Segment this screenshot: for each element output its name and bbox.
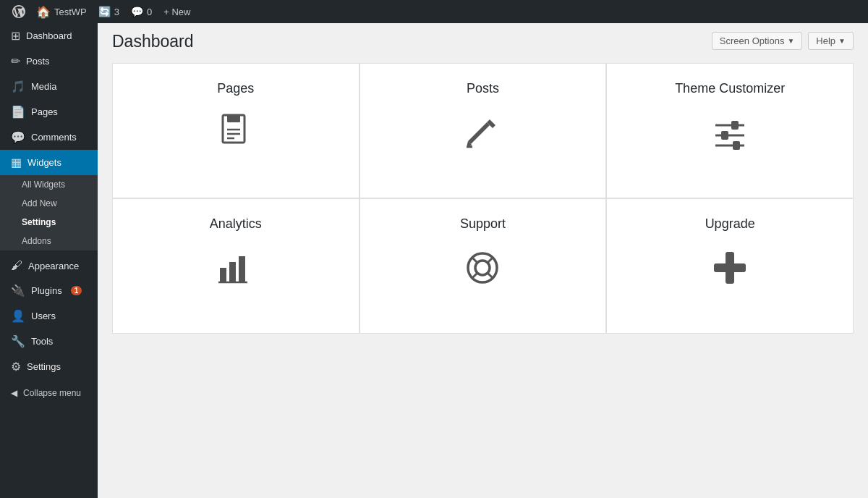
users-icon: 👤 bbox=[11, 309, 25, 323]
sidebar-item-label: Appearance bbox=[28, 261, 79, 271]
updates-count: 3 bbox=[114, 7, 119, 17]
content-area: Dashboard Screen Options ▼ Help ▼ Pages bbox=[98, 23, 868, 498]
sidebar-item-tools[interactable]: 🔧 Tools bbox=[0, 329, 98, 354]
sidebar-item-pages[interactable]: 📄 Pages bbox=[0, 99, 98, 124]
settings-icon: ⚙ bbox=[11, 360, 21, 374]
card-upgrade-title: Upgrade bbox=[705, 216, 755, 232]
svg-rect-1 bbox=[227, 115, 240, 122]
collapse-label: Collapse menu bbox=[23, 388, 81, 398]
sidebar-item-comments[interactable]: 💬 Comments bbox=[0, 124, 98, 150]
media-icon: 🎵 bbox=[11, 80, 25, 93]
card-posts-title: Posts bbox=[467, 81, 499, 96]
submenu-item-settings[interactable]: Settings bbox=[0, 213, 98, 232]
site-name: TestWP bbox=[54, 7, 87, 17]
card-upgrade[interactable]: Upgrade bbox=[607, 199, 853, 333]
updates-item[interactable]: 🔄 3 bbox=[93, 0, 125, 23]
card-pages-title: Pages bbox=[217, 81, 254, 96]
dashboard-icon: ⊞ bbox=[11, 29, 20, 43]
plugins-badge: 1 bbox=[71, 286, 82, 295]
page-icon bbox=[214, 111, 258, 154]
sidebar-item-label: Posts bbox=[26, 56, 50, 67]
appearance-icon: 🖌 bbox=[11, 259, 22, 272]
comments-item[interactable]: 💬 0 bbox=[125, 0, 158, 23]
sidebar-item-label: Media bbox=[31, 81, 56, 92]
new-label: + New bbox=[163, 7, 190, 17]
svg-rect-9 bbox=[721, 131, 728, 140]
widgets-arrow-icon: ◀ bbox=[85, 159, 90, 166]
card-theme-customizer[interactable]: Theme Customizer bbox=[607, 64, 853, 198]
svg-rect-11 bbox=[733, 141, 740, 150]
sidebar-item-appearance[interactable]: 🖌 Appearance bbox=[0, 253, 98, 278]
wp-logo[interactable] bbox=[7, 0, 30, 23]
sidebar-item-label: Users bbox=[31, 311, 56, 321]
sidebar-item-users[interactable]: 👤 Users bbox=[0, 303, 98, 329]
svg-rect-12 bbox=[220, 268, 226, 282]
pages-icon: 📄 bbox=[11, 105, 25, 119]
submenu-item-add-new[interactable]: Add New bbox=[0, 194, 98, 213]
sliders-icon bbox=[708, 111, 752, 154]
collapse-icon: ◀ bbox=[11, 388, 17, 398]
help-chevron-icon: ▼ bbox=[838, 37, 846, 45]
sidebar-item-label: Comments bbox=[31, 132, 77, 143]
admin-bar: 🏠 TestWP 🔄 3 💬 0 + New bbox=[0, 0, 868, 23]
screen-options-label: Screen Options bbox=[720, 35, 785, 46]
submenu-item-all-widgets[interactable]: All Widgets bbox=[0, 175, 98, 194]
dashboard-cards: Pages Posts bbox=[112, 63, 854, 334]
card-theme-customizer-title: Theme Customizer bbox=[675, 81, 785, 96]
widgets-submenu: All Widgets Add New Settings Addons bbox=[0, 175, 98, 250]
sidebar-item-label: Tools bbox=[31, 336, 53, 347]
plugins-icon: 🔌 bbox=[11, 284, 25, 297]
sidebar-item-posts[interactable]: ✏ Posts bbox=[0, 48, 98, 74]
screen-options-chevron-icon: ▼ bbox=[787, 37, 794, 45]
card-pages[interactable]: Pages bbox=[113, 64, 359, 198]
header-buttons: Screen Options ▼ Help ▼ bbox=[712, 32, 854, 50]
help-button[interactable]: Help ▼ bbox=[808, 32, 854, 50]
card-analytics-title: Analytics bbox=[210, 216, 262, 232]
chart-icon bbox=[214, 246, 258, 290]
new-item[interactable]: + New bbox=[158, 0, 196, 23]
card-support-title: Support bbox=[460, 216, 506, 232]
lifebuoy-icon bbox=[461, 246, 504, 290]
collapse-menu-button[interactable]: ◀ Collapse menu bbox=[0, 382, 98, 404]
card-support[interactable]: Support bbox=[360, 199, 606, 333]
plus-icon bbox=[708, 246, 752, 290]
svg-line-18 bbox=[472, 258, 477, 263]
sidebar-item-settings[interactable]: ⚙ Settings bbox=[0, 354, 98, 379]
svg-line-20 bbox=[488, 273, 493, 278]
sidebar-item-plugins[interactable]: 🔌 Plugins 1 bbox=[0, 278, 98, 303]
tools-icon: 🔧 bbox=[11, 334, 25, 348]
sidebar-item-label: Pages bbox=[31, 106, 58, 117]
card-posts[interactable]: Posts bbox=[360, 64, 606, 198]
svg-line-19 bbox=[488, 258, 493, 263]
sidebar-item-dashboard[interactable]: ⊞ Dashboard bbox=[0, 23, 98, 48]
svg-rect-23 bbox=[714, 263, 746, 272]
svg-line-21 bbox=[472, 273, 477, 278]
comments-icon: 💬 bbox=[11, 130, 25, 144]
sidebar-item-label: Settings bbox=[27, 361, 61, 372]
posts-icon: ✏ bbox=[11, 54, 20, 68]
site-name-item[interactable]: 🏠 TestWP bbox=[30, 0, 93, 23]
edit-icon bbox=[461, 111, 504, 154]
sidebar: ⊞ Dashboard ✏ Posts 🎵 Media 📄 Pages 💬 Co… bbox=[0, 23, 98, 498]
sidebar-item-label: Plugins bbox=[31, 285, 62, 296]
sidebar-item-widgets[interactable]: ▦ Widgets ◀ bbox=[0, 150, 98, 175]
comments-count: 0 bbox=[147, 7, 152, 17]
sidebar-item-label: Widgets bbox=[27, 157, 61, 168]
dashboard-grid: Pages Posts bbox=[98, 51, 868, 498]
svg-rect-13 bbox=[229, 262, 236, 282]
help-label: Help bbox=[816, 35, 835, 46]
svg-rect-14 bbox=[239, 256, 245, 282]
card-analytics[interactable]: Analytics bbox=[113, 199, 359, 333]
content-header: Dashboard Screen Options ▼ Help ▼ bbox=[98, 23, 868, 51]
svg-rect-7 bbox=[731, 121, 739, 130]
sidebar-item-media[interactable]: 🎵 Media bbox=[0, 74, 98, 99]
submenu-item-addons[interactable]: Addons bbox=[0, 232, 98, 250]
sidebar-item-label: Dashboard bbox=[26, 30, 72, 41]
widgets-icon: ▦ bbox=[11, 156, 22, 169]
screen-options-button[interactable]: Screen Options ▼ bbox=[712, 32, 803, 50]
page-title: Dashboard bbox=[112, 32, 194, 51]
